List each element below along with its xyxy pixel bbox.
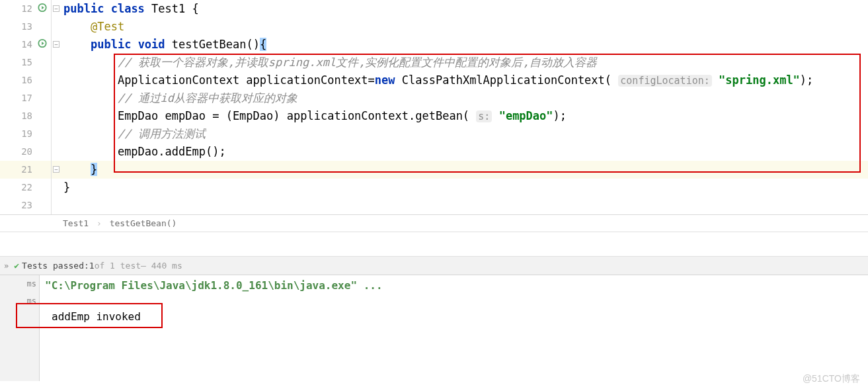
line-number: 14 [21, 39, 32, 50]
code-line: // 获取一个容器对象,并读取spring.xml文件,实例化配置文件中配置的对… [62, 54, 868, 71]
fold-toggle-icon[interactable]: − [53, 5, 59, 12]
fold-toggle-icon[interactable]: − [53, 41, 59, 48]
fold-toggle-icon[interactable]: − [53, 166, 59, 173]
chevron-right-icon: › [97, 218, 102, 228]
parameter-hint: configLocation: [618, 75, 711, 87]
line-number: 18 [21, 110, 32, 121]
console-output-line: addEmp invoked [45, 308, 147, 325]
fold-gutter: − − − [52, 0, 62, 214]
code-line: } [62, 179, 868, 196]
breadcrumb-item[interactable]: Test1 [63, 218, 89, 228]
code-content[interactable]: public class Test1 { @Test public void t… [62, 0, 868, 214]
code-line: empDao.addEmp(); [62, 143, 868, 161]
code-line: @Test [62, 18, 868, 36]
line-number: 13 [21, 21, 32, 32]
console-sidebar: ms ms [0, 275, 40, 381]
line-number: 19 [21, 128, 32, 139]
watermark-text: @51CTO博客 [803, 373, 860, 385]
console-command-line: "C:\Program Files\Java\jdk1.8.0_161\bin\… [45, 279, 863, 292]
line-number: 17 [21, 93, 32, 103]
console-panel: ms ms "C:\Program Files\Java\jdk1.8.0_16… [0, 275, 868, 381]
line-gutter: 12 13 14 15 16 17 18 19 20 21 22 23 [0, 0, 52, 214]
code-line: ApplicationContext applicationContext=ne… [62, 71, 868, 89]
panel-divider[interactable] [0, 232, 868, 257]
code-line [62, 196, 868, 214]
code-line: EmpDao empDao = (EmpDao) applicationCont… [62, 107, 868, 125]
tests-passed-label: Tests passed: [22, 257, 89, 275]
console-sidebar-label: ms [0, 279, 36, 288]
expand-icon[interactable]: » [4, 257, 9, 275]
run-test-icon[interactable] [38, 36, 47, 54]
console-output[interactable]: "C:\Program Files\Java\jdk1.8.0_161\bin\… [40, 275, 868, 381]
code-line: // 调用方法测试 [62, 125, 868, 143]
code-line: public class Test1 { [62, 0, 868, 18]
code-line: // 通过id从容器中获取对应的对象 [62, 89, 868, 107]
line-number: 22 [21, 182, 32, 193]
code-line: public void testGetBean(){ [62, 36, 868, 54]
breadcrumb-bar[interactable]: Test1 › testGetBean() [0, 214, 868, 232]
tests-total-label: of 1 test [95, 257, 141, 275]
breadcrumb-item[interactable]: testGetBean() [110, 218, 177, 228]
line-number: 21 [21, 164, 32, 175]
line-number: 12 [21, 3, 32, 14]
line-number: 16 [21, 75, 32, 85]
tests-duration: – 440 ms [141, 257, 182, 275]
code-line-active: } [62, 161, 868, 179]
tests-passed-count: 1 [89, 257, 95, 275]
check-icon: ✔ [14, 257, 19, 275]
line-number: 15 [21, 57, 32, 67]
test-status-bar: » ✔ Tests passed: 1 of 1 test – 440 ms [0, 257, 868, 275]
console-sidebar-label: ms [0, 296, 36, 306]
line-number: 20 [21, 146, 32, 157]
parameter-hint: s: [476, 110, 492, 122]
run-test-icon[interactable] [38, 0, 47, 18]
code-editor[interactable]: 12 13 14 15 16 17 18 19 20 21 22 23 − − … [0, 0, 868, 214]
line-number: 23 [21, 200, 32, 210]
